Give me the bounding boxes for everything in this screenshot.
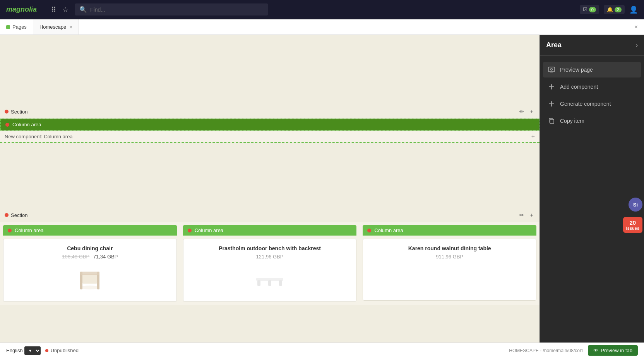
svg-rect-9 [279,281,282,286]
add-component-icon [548,83,555,91]
preview-page-label: Preview page [560,67,593,73]
svg-rect-1 [82,274,98,284]
navbar: magnolia ⠿ ☆ 🔍 ☑ 0 🔔 2 👤 [0,0,644,19]
svg-point-0 [80,286,99,289]
product-card-3: Karen round walnut dining table 911,96 G… [363,239,536,301]
products-row: Column area Cebu dining chair 106,48 GBP… [0,222,540,305]
si-avatar[interactable]: Si [629,198,642,212]
column-area-label: Column area [12,122,41,127]
svg-rect-7 [256,278,283,281]
tasks-icon: ☑ [583,7,587,12]
breadcrumb: HOMESCAPE - /home/main/08/col1 [509,348,583,353]
issues-count: 20 [626,219,639,226]
tasks-button[interactable]: ☑ 0 [580,5,599,14]
section2-wrapper: Section ✏ + Column area Cebu dining chai… [0,208,540,305]
new-component-text: New component: Column area [5,134,73,139]
close-all-icon[interactable]: × [634,24,644,31]
product-col-1: Column area Cebu dining chair 106,48 GBP… [0,222,180,305]
issues-badge[interactable]: 20 Issues [623,217,642,233]
product1-price: 106,48 GBP 71,34 GBP [62,254,118,260]
product2-price: 121,96 GBP [256,254,284,260]
panel-header: Area › [540,35,644,56]
search-icon: 🔍 [79,6,87,13]
bell-icon: 🔔 [607,7,613,12]
product3-col-dot [367,229,371,232]
section1-wrapper: Section ✏ + Column area New component: C… [0,35,540,208]
section1-edit-button[interactable]: ✏ [518,108,526,115]
tabbar: Pages Homescape × × [0,19,644,35]
right-panel: Area › Preview page [540,35,644,358]
star-icon[interactable]: ☆ [62,5,69,14]
product2-col-bar[interactable]: Column area [183,225,357,236]
panel-action-copy-item[interactable]: Copy item [543,113,641,129]
bottom-bar: English ▾ Unpublished HOMESCAPE - /home/… [0,343,644,358]
panel-action-generate-component[interactable]: Generate component [543,96,641,112]
logo: magnolia [6,5,45,14]
section2-add-button[interactable]: + [529,211,535,219]
section1-label: Section [11,109,27,115]
product-card-1: Cebu dining chair 106,48 GBP 71,34 GBP [3,239,177,302]
panel-title: Area [546,41,562,49]
new-component-row: New component: Column area + [0,131,540,142]
column-area-bottom-border [0,142,540,143]
svg-rect-6 [80,272,99,275]
product2-price-value: 121,96 GBP [256,254,284,260]
svg-rect-10 [268,281,271,286]
product1-image [74,264,105,295]
pages-dot [6,25,10,29]
grid-icon[interactable]: ⠿ [51,5,56,14]
section2-actions: ✏ + [518,211,535,219]
svg-point-12 [551,69,553,71]
generate-component-label: Generate component [560,101,611,107]
product1-title: Cebu dining chair [67,245,113,251]
copy-item-label: Copy item [560,118,584,124]
product3-title: Karen round walnut dining table [408,245,491,251]
search-bar[interactable]: 🔍 [75,3,268,15]
search-input[interactable] [90,7,264,13]
language-selector[interactable]: English ▾ [6,346,41,355]
preview-in-tab-button[interactable]: 👁 Preview in tab [588,345,638,356]
unpublished-indicator: Unpublished [45,348,79,353]
generate-component-icon [548,100,555,108]
tab-homescape[interactable]: Homescape × [33,19,79,34]
product-card-2: Prastholm outdoor bench with backrest 12… [183,239,357,302]
user-icon[interactable]: 👤 [629,5,638,14]
language-dropdown[interactable]: ▾ [24,346,41,355]
panel-chevron-icon[interactable]: › [636,42,638,49]
svg-rect-18 [550,119,554,124]
tab-pages[interactable]: Pages [0,19,33,34]
preview-eye-icon: 👁 [593,348,598,353]
unpublished-label: Unpublished [51,348,79,353]
section1-add-button[interactable]: + [529,108,535,115]
section1-actions: ✏ + [518,108,535,115]
section2-dot [5,213,9,217]
section1-top-spacer [0,35,540,105]
tab-homescape-label: Homescape [39,24,66,30]
issues-label: Issues [626,226,639,231]
section1-dot [5,110,9,114]
column-area-bar-selected[interactable]: Column area [0,119,540,131]
panel-action-add-component[interactable]: Add component [543,79,641,95]
notifications-badge: 2 [615,7,622,12]
section2-edit-button[interactable]: ✏ [518,211,526,219]
close-tab-icon[interactable]: × [69,24,72,30]
tab-pages-label: Pages [12,24,27,30]
navbar-right: ☑ 0 🔔 2 👤 [580,5,638,14]
tasks-badge: 0 [589,7,596,12]
product-col-3: Column area Karen round walnut dining ta… [360,222,540,305]
product1-col-bar[interactable]: Column area [3,225,177,236]
product2-title: Prastholm outdoor bench with backrest [219,245,321,251]
notifications-button[interactable]: 🔔 2 [604,5,625,14]
product1-col-dot [8,229,12,232]
product2-col-label: Column area [195,227,223,233]
svg-rect-11 [548,67,555,72]
add-component-label: Add component [560,84,598,90]
panel-action-preview-page[interactable]: Preview page [543,62,641,77]
preview-icon [548,66,555,74]
new-component-plus-icon[interactable]: + [531,133,535,140]
product1-price-new: 71,34 GBP [93,254,118,260]
product1-col-label: Column area [15,227,43,233]
preview-btn-label: Preview in tab [601,348,632,353]
product3-col-bar[interactable]: Column area [363,225,536,236]
product3-col-label: Column area [374,227,403,233]
